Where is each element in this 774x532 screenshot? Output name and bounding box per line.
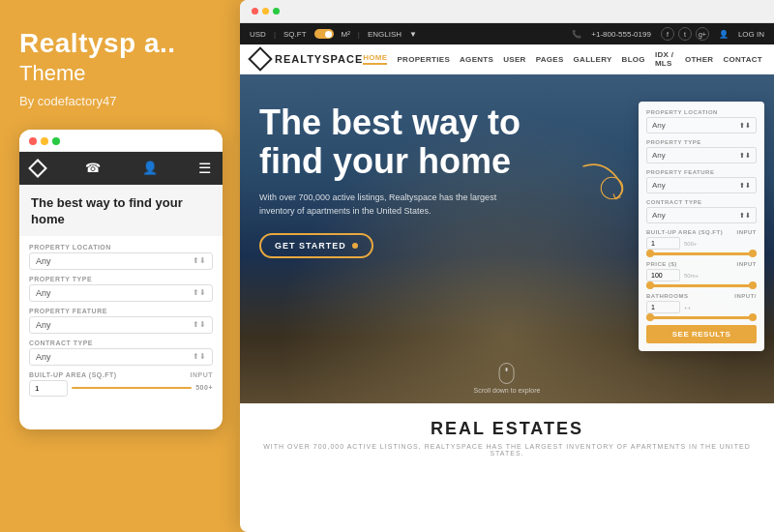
sep-2: | <box>358 30 360 39</box>
nav-logo: REALTYSPACE <box>252 50 363 68</box>
nav-contact[interactable]: CONTACT <box>723 55 762 64</box>
sp-type-field: PROPERTY TYPE Any ⬆⬇ <box>646 139 757 163</box>
nav-agents[interactable]: AGENTS <box>460 55 493 64</box>
chevron-down-icon-2: ⬆⬇ <box>193 288 206 297</box>
brand-name: Realtysp a.. <box>19 29 221 59</box>
sp-type-select[interactable]: Any ⬆⬇ <box>646 147 757 163</box>
mobile-nav: ☎ 👤 ☰ <box>19 152 223 185</box>
mobile-area-label: BUILT-UP AREA (SQ.FT) <box>29 371 117 378</box>
real-estates-section: REAL ESTATES WITH OVER 700,000 ACTIVE LI… <box>240 403 774 472</box>
mobile-area-input-label: INPUT <box>191 371 214 378</box>
mobile-feature-select[interactable]: Any ⬆⬇ <box>29 316 213 334</box>
dot-green <box>52 137 60 145</box>
nav-pages[interactable]: PAGES <box>536 55 564 64</box>
sp-bath-thumb-right <box>749 313 757 321</box>
dot-red <box>29 137 37 145</box>
sp-feature-field: PROPERTY FEATURE Any ⬆⬇ <box>646 169 757 193</box>
twitter-icon[interactable]: t <box>678 27 692 41</box>
mobile-area-min[interactable]: 1 <box>29 380 68 397</box>
sp-location-select[interactable]: Any ⬆⬇ <box>646 117 757 133</box>
left-panel: Realtysp a.. Theme By codefactory47 ☎ 👤 … <box>0 0 240 532</box>
sp-location-label: PROPERTY LOCATION <box>646 109 757 115</box>
sep-1: | <box>274 30 276 39</box>
real-estates-title: REAL ESTATES <box>259 419 755 439</box>
sp-contract-label: CONTRACT TYPE <box>646 199 757 205</box>
sp-price-slider[interactable] <box>646 284 757 287</box>
facebook-icon[interactable]: f <box>661 27 674 41</box>
phone-icon: 📞 <box>572 30 581 39</box>
unit-toggle[interactable] <box>314 29 334 39</box>
mobile-menu-icon: ☰ <box>198 160 211 177</box>
unit-sqft[interactable]: SQ.FT <box>283 30 307 39</box>
mobile-contract-label: CONTRACT TYPE <box>29 340 213 346</box>
login-link[interactable]: LOG IN <box>738 30 764 39</box>
sp-contract-field: CONTRACT TYPE Any ⬆⬇ <box>646 199 757 223</box>
mobile-area-min-value: 1 <box>35 384 39 393</box>
cta-text: GET STARTED <box>275 241 346 251</box>
sp-location-arrow: ⬆⬇ <box>739 122 751 130</box>
sp-price-range: 100 50m+ <box>646 269 757 281</box>
sp-type-value: Any <box>652 151 666 160</box>
sp-bath-max-label: ++ <box>684 305 691 310</box>
unit-metric[interactable]: M² <box>342 30 350 39</box>
mobile-contract-value: Any <box>36 352 51 362</box>
sp-contract-select[interactable]: Any ⬆⬇ <box>646 207 757 223</box>
mobile-area-max: 500+ <box>195 384 213 391</box>
svg-point-0 <box>601 177 623 199</box>
mobile-contract-select[interactable]: Any ⬆⬇ <box>29 348 213 366</box>
right-panel: USD | SQ.FT M² | ENGLISH ▼ 📞 +1-800-555-… <box>240 0 774 532</box>
see-results-button[interactable]: SEE RESULTS <box>646 325 757 343</box>
currency-selector[interactable]: USD <box>250 30 266 39</box>
language-selector[interactable]: ENGLISH <box>368 30 402 39</box>
nav-user[interactable]: USER <box>503 55 525 64</box>
sp-feature-value: Any <box>652 181 666 190</box>
sp-contract-arrow: ⬆⬇ <box>739 212 751 220</box>
chevron-down-icon: ⬆⬇ <box>193 256 206 265</box>
sp-area-thumb-left <box>646 250 654 257</box>
sp-price-label: PRICE ($) <box>646 261 677 267</box>
sp-price-max-label: 50m+ <box>684 273 699 279</box>
sp-area-max-label: 500+ <box>684 241 698 247</box>
arrow-svg <box>576 152 634 210</box>
scroll-hint: Scroll down to explore <box>474 363 541 394</box>
mobile-location-label: PROPERTY LOCATION <box>29 244 213 251</box>
nav-gallery[interactable]: GALLERY <box>574 55 612 64</box>
hero-cta-button[interactable]: GET STARTED <box>259 233 373 258</box>
mobile-feature-label: PROPERTY FEATURE <box>29 308 213 314</box>
mobile-phone-icon: ☎ <box>85 161 101 175</box>
dot-yellow <box>41 137 48 145</box>
sp-area-range: 1 500+ <box>646 237 757 250</box>
sp-bath-thumb-left <box>646 313 654 321</box>
hero-content: The best way to find your home With over… <box>240 74 569 278</box>
sp-bath-min-input[interactable]: 1 <box>646 301 680 313</box>
googleplus-icon[interactable]: g+ <box>696 27 709 41</box>
sp-feature-select[interactable]: Any ⬆⬇ <box>646 177 757 193</box>
mobile-area-slider <box>72 387 192 389</box>
mobile-search-form: PROPERTY LOCATION Any ⬆⬇ PROPERTY TYPE A… <box>19 236 223 410</box>
nav-home[interactable]: HOME <box>363 53 387 65</box>
nav-idx[interactable]: IDX / MLS <box>655 50 675 68</box>
mobile-hero-title: The best way to find your home <box>31 194 211 228</box>
nav-properties[interactable]: PROPERTIES <box>397 55 450 64</box>
nav-blog[interactable]: BLOG <box>622 55 645 64</box>
sp-bath-input-label: INPUT/ <box>734 293 757 299</box>
mobile-logo-icon <box>28 159 47 178</box>
sp-area-min-input[interactable]: 1 <box>646 237 680 250</box>
mobile-mockup: ☎ 👤 ☰ The best way to find your home PRO… <box>19 130 223 429</box>
mobile-location-field: PROPERTY LOCATION Any ⬆⬇ <box>29 244 213 270</box>
brand-author: By codefactory47 <box>19 94 221 108</box>
sp-price-min-input[interactable]: 100 <box>646 269 680 281</box>
user-icon: 👤 <box>719 30 729 39</box>
brand-subtitle: Theme <box>19 61 221 86</box>
cta-dot-icon <box>352 243 358 249</box>
mobile-location-value: Any <box>36 256 51 266</box>
sp-area-slider[interactable] <box>646 252 757 255</box>
mobile-contract-field: CONTRACT TYPE Any ⬆⬇ <box>29 340 213 366</box>
sp-feature-arrow: ⬆⬇ <box>739 182 751 190</box>
sp-bath-slider[interactable] <box>646 316 757 319</box>
logo-diamond-icon <box>248 46 272 71</box>
mobile-type-select[interactable]: Any ⬆⬇ <box>29 284 213 302</box>
nav-other[interactable]: OTHER <box>685 55 714 64</box>
mobile-location-select[interactable]: Any ⬆⬇ <box>29 252 213 270</box>
browser-chrome <box>240 0 774 23</box>
